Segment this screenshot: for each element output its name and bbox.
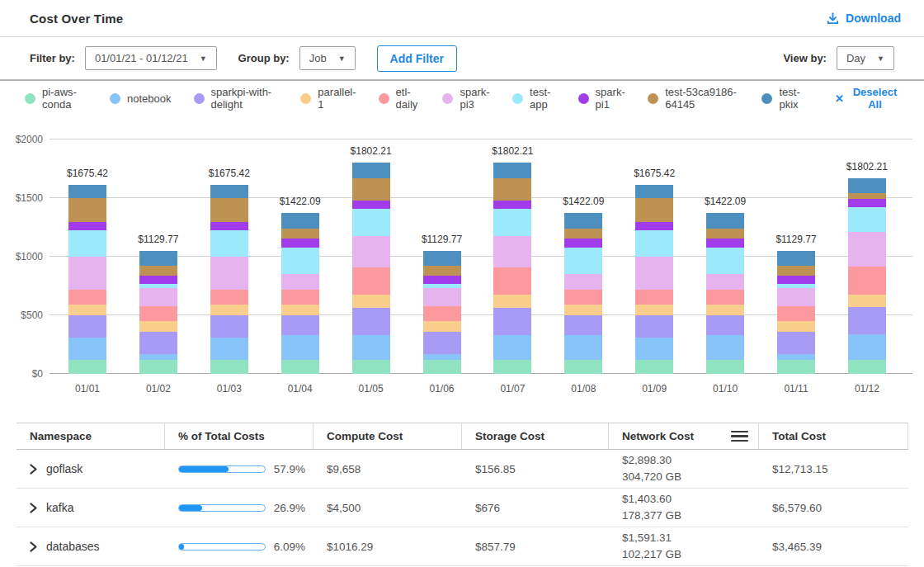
legend-item-label: test-app <box>530 86 556 111</box>
namespace-cell: goflask <box>16 462 165 475</box>
bar-segment-spark-pi3 <box>564 274 602 289</box>
row-expand-chevron[interactable] <box>30 541 37 552</box>
bar-segment-test-pkix <box>139 251 177 266</box>
legend-item-label: test-53ca9186-64145 <box>665 86 739 111</box>
bar-total-label: $1675.42 <box>50 168 125 179</box>
bar-segment-pi-aws-conda <box>493 360 531 374</box>
network-cost-gb: 178,377 GB <box>622 508 751 524</box>
column-header-namespace: Namespace <box>16 423 165 449</box>
hamburger-line <box>731 440 748 442</box>
bar-segment-spark-pi3 <box>777 288 815 306</box>
group-by-select[interactable]: Job ▼ <box>299 46 356 70</box>
bar-total-label: $1802.21 <box>475 145 549 157</box>
legend-item-etl-daily[interactable]: etl-daily <box>379 86 421 111</box>
bar-total-label: $1129.77 <box>121 234 196 245</box>
legend-item-test-app[interactable]: test-app <box>512 86 556 111</box>
storage-cost-cell: $676 <box>462 502 609 514</box>
bar-segment-pi-aws-conda <box>635 360 673 374</box>
bar-segment-test-app <box>777 284 815 288</box>
namespace-label: goflask <box>46 462 82 475</box>
legend-color-dot <box>761 93 772 104</box>
deselect-all-button[interactable]: ✕ Deselect All <box>835 86 899 111</box>
bar-segment-test-53ca9186-64145 <box>564 229 602 239</box>
bar-segment-sparkpi-with-delight <box>210 315 248 338</box>
legend-item-pi-aws-conda[interactable]: pi-aws-conda <box>25 86 87 111</box>
bar-segment-test-app <box>352 209 390 235</box>
chart-legend: pi-aws-condanotebooksparkpi-with-delight… <box>0 81 924 116</box>
bar-segment-spark-pi3 <box>281 274 319 289</box>
column-menu-icon[interactable] <box>729 429 750 444</box>
legend-item-parallel-1[interactable]: parallel-1 <box>300 86 356 111</box>
chevron-down-icon: ▼ <box>200 54 207 63</box>
x-axis-tick-label: 01/03 <box>192 383 266 395</box>
bar-total-label: $1675.42 <box>617 168 691 179</box>
x-axis-tick-label: 01/05 <box>334 383 408 395</box>
download-button[interactable]: Download <box>826 12 901 26</box>
column-header-storage-cost: Storage Cost <box>462 423 609 449</box>
view-by-select[interactable]: Day ▼ <box>837 46 894 70</box>
bar-segment-test-pkix <box>210 185 248 198</box>
bar-segment-test-53ca9186-64145 <box>777 266 815 276</box>
cost-over-time-chart: $0$500$1000$1500$2000$1675.4201/01$1129.… <box>0 116 924 406</box>
chevron-right-icon <box>30 464 37 475</box>
bar-segment-etl-daily <box>352 267 390 295</box>
legend-item-label: notebook <box>127 92 172 105</box>
bar-segment-parallel-1 <box>564 305 602 315</box>
total-cost-cell: $6,579.60 <box>759 502 908 514</box>
bar-segment-test-pkix <box>68 185 106 198</box>
network-cost-gb: 304,720 GB <box>622 469 751 485</box>
bar-segment-test-53ca9186-64145 <box>848 193 886 199</box>
bar-segment-spark-pi3 <box>68 257 106 290</box>
bar-segment-sparkpi-with-delight <box>281 315 319 335</box>
bar-segment-test-53ca9186-64145 <box>423 266 461 276</box>
legend-item-label: etl-daily <box>396 86 421 111</box>
progress-fill <box>179 505 202 511</box>
total-cost-cell: $3,465.39 <box>759 541 908 553</box>
legend-item-spark-pi1[interactable]: spark-pi1 <box>578 86 626 111</box>
bar-segment-sparkpi-with-delight <box>706 315 744 335</box>
legend-item-spark-pi3[interactable]: spark-pi3 <box>442 86 490 111</box>
filter-toolbar: Filter by: 01/01/21 - 01/12/21 ▼ Group b… <box>0 37 924 81</box>
bar-segment-notebook <box>210 338 248 360</box>
bar-segment-test-pkix <box>423 251 461 266</box>
legend-item-test-pkix[interactable]: test-pkix <box>761 86 806 111</box>
bar-total-label: $1802.21 <box>334 145 408 157</box>
bar-segment-parallel-1 <box>635 305 673 315</box>
add-filter-button[interactable]: Add Filter <box>377 45 457 72</box>
bar-segment-test-app <box>848 207 886 232</box>
legend-item-label: parallel-1 <box>318 86 356 111</box>
bar-segment-test-pkix <box>848 178 886 193</box>
x-axis-tick-label: 01/09 <box>617 383 691 395</box>
legend-item-test-53ca9186-64145[interactable]: test-53ca9186-64145 <box>648 86 739 111</box>
row-expand-chevron[interactable] <box>30 464 37 475</box>
legend-item-notebook[interactable]: notebook <box>110 92 172 105</box>
group-by-value: Job <box>309 52 327 64</box>
bar-segment-notebook <box>281 335 319 360</box>
bar-total-label: $1422.09 <box>688 196 762 207</box>
bar-segment-test-pkix <box>352 163 390 177</box>
bar-segment-etl-daily <box>564 290 602 305</box>
bar-segment-test-53ca9186-64145 <box>352 178 390 201</box>
bar-segment-pi-aws-conda <box>352 360 390 374</box>
legend-item-sparkpi-with-delight[interactable]: sparkpi-with-delight <box>194 86 279 111</box>
bar-segment-etl-daily <box>423 306 461 321</box>
y-axis-tick-label: $500 <box>5 309 43 321</box>
bar-segment-etl-daily <box>635 290 673 305</box>
percent-progress-bar <box>178 543 266 550</box>
bar-segment-notebook <box>139 354 177 360</box>
total-cost-cell: $12,713.15 <box>759 463 908 475</box>
bar-segment-pi-aws-conda <box>706 360 744 374</box>
bar-segment-notebook <box>848 334 886 360</box>
column-header-total-cost: Total Cost <box>759 423 908 449</box>
date-range-select[interactable]: 01/01/21 - 01/12/21 ▼ <box>85 46 217 70</box>
bar-segment-parallel-1 <box>139 321 177 332</box>
bar-total-label: $1802.21 <box>830 161 904 172</box>
table-body: goflask57.9%$9,658$156.85$2,898.30304,72… <box>16 450 908 566</box>
storage-cost-cell: $857.79 <box>462 541 609 553</box>
column-header-label: Network Cost <box>622 430 694 442</box>
row-expand-chevron[interactable] <box>30 503 37 513</box>
download-icon <box>826 12 840 26</box>
bar-segment-test-pkix <box>635 185 673 198</box>
table-row-goflask: goflask57.9%$9,658$156.85$2,898.30304,72… <box>16 450 908 489</box>
bar-segment-spark-pi3 <box>848 232 886 267</box>
